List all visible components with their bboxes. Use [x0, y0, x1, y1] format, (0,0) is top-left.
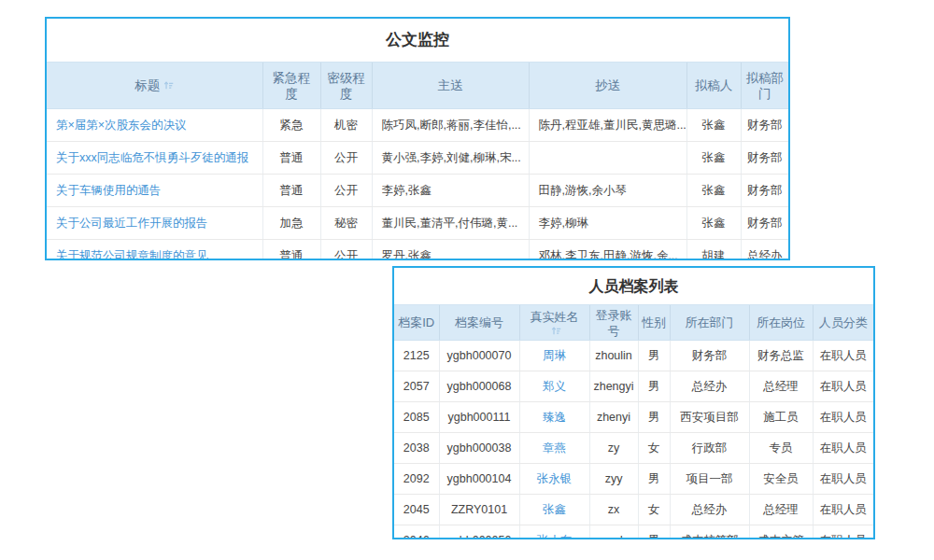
cell-category: 在职人员: [813, 371, 873, 402]
doc-title-link[interactable]: 关于车辆使用的通告: [56, 184, 162, 197]
cell-gender: 女: [638, 495, 670, 525]
cell-post: 施工员: [749, 402, 813, 433]
table-row: 2125 ygbh000070 周琳 zhoulin 男 财务部 财务总监 在职…: [394, 341, 873, 371]
cell-code: ygbh000068: [439, 371, 519, 402]
cell-name: 张小东: [519, 525, 589, 540]
table-row: 关于xxx同志临危不惧勇斗歹徒的通报 普通 公开 黄小强,李婷,刘健,柳琳,宋.…: [47, 142, 788, 175]
cell-doc-title: 第×届第×次股东会的决议: [47, 109, 262, 142]
doc-col-title[interactable]: 标题: [47, 63, 262, 109]
cell-id: 2045: [394, 495, 439, 525]
personnel-panel: 人员档案列表 档案ID 档案编号 真实姓名 登录账号 性别 所在部门 所在岗位 …: [392, 266, 875, 539]
table-row: 2057 ygbh000068 郑义 zhengyi 男 总经办 总经理 在职人…: [394, 371, 873, 402]
doc-title-link[interactable]: 关于xxx同志临危不惧勇斗歹徒的通报: [56, 151, 248, 164]
person-name-link[interactable]: 周琳: [543, 349, 566, 362]
cell-dept: 财务部: [741, 207, 788, 240]
cell-secrecy: 公开: [320, 240, 372, 261]
cell-dept: 总经办: [670, 495, 749, 525]
cell-dept: 财务部: [741, 109, 788, 142]
sort-icon[interactable]: [163, 80, 174, 91]
doc-monitor-title: 公文监控: [47, 19, 788, 63]
cell-main-to: 董川民,董清平,付伟璐,黄...: [372, 207, 529, 240]
doc-monitor-panel: 公文监控 标题 紧急程度 密级程度 主送 抄送 拟稿人 拟稿部门 第×届第×次股…: [45, 17, 790, 260]
doc-col-urgency: 紧急程度: [262, 63, 320, 109]
personnel-title: 人员档案列表: [394, 268, 873, 305]
sort-icon[interactable]: [527, 326, 587, 337]
cell-account: zhengyi: [589, 371, 638, 402]
person-name-link[interactable]: 张永银: [537, 472, 573, 485]
person-name-link[interactable]: 张小东: [537, 534, 573, 540]
cell-category: 在职人员: [813, 464, 873, 495]
cell-dept: 总经办: [670, 371, 749, 402]
cell-dept: 财务部: [741, 175, 788, 207]
table-row: 第×届第×次股东会的决议 紧急 机密 陈巧凤,断郎,蒋丽,李佳怡,... 陈丹,…: [47, 109, 788, 142]
person-col-id: 档案ID: [394, 305, 439, 341]
cell-name: 章燕: [519, 433, 589, 464]
cell-main-to: 黄小强,李婷,刘健,柳琳,宋...: [372, 142, 529, 175]
cell-secrecy: 公开: [320, 175, 372, 207]
doc-monitor-table: 标题 紧急程度 密级程度 主送 抄送 拟稿人 拟稿部门 第×届第×次股东会的决议…: [47, 63, 788, 260]
personnel-table: 档案ID 档案编号 真实姓名 登录账号 性别 所在部门 所在岗位 人员分类 21…: [394, 305, 873, 539]
person-col-name[interactable]: 真实姓名: [519, 305, 589, 341]
cell-secrecy: 机密: [320, 109, 372, 142]
person-name-link[interactable]: 臻逸: [543, 411, 566, 424]
cell-name: 郑义: [519, 371, 589, 402]
doc-title-link[interactable]: 第×届第×次股东会的决议: [56, 119, 187, 132]
cell-dept: 成本核算部: [670, 525, 749, 540]
cell-urgency: 紧急: [262, 109, 320, 142]
cell-main-to: 陈巧凤,断郎,蒋丽,李佳怡,...: [372, 109, 529, 142]
cell-category: 在职人员: [813, 402, 873, 433]
cell-gender: 男: [638, 525, 670, 540]
cell-secrecy: 秘密: [320, 207, 372, 240]
cell-gender: 女: [638, 433, 670, 464]
cell-gender: 男: [638, 371, 670, 402]
cell-post: 总经理: [749, 371, 813, 402]
cell-urgency: 普通: [262, 240, 320, 261]
doc-title-link[interactable]: 关于公司最近工作开展的报告: [56, 217, 208, 230]
table-row: 关于公司最近工作开展的报告 加急 秘密 董川民,董清平,付伟璐,黄... 李婷,…: [47, 207, 788, 240]
cell-doc-title: 关于规范公司规章制度的意见: [47, 240, 262, 261]
cell-doc-title: 关于xxx同志临危不惧勇斗歹徒的通报: [47, 142, 262, 175]
cell-id: 2125: [394, 341, 439, 371]
doc-col-dept: 拟稿部门: [741, 63, 788, 109]
table-row: 关于车辆使用的通告 普通 公开 李婷,张鑫 田静,游恢,余小琴 张鑫 财务部: [47, 175, 788, 207]
cell-account: zhoulin: [589, 341, 638, 371]
person-col-post: 所在岗位: [749, 305, 813, 341]
doc-col-drafter: 拟稿人: [686, 63, 741, 109]
cell-name: 周琳: [519, 341, 589, 371]
cell-post: 成本主管: [749, 525, 813, 540]
cell-cc: 邓林,李卫东,田静,游恢,余...: [529, 240, 686, 261]
table-row: 2092 ygbh000104 张永银 zyy 男 项目一部 安全员 在职人员: [394, 464, 873, 495]
cell-drafter: 张鑫: [686, 175, 741, 207]
table-row: 2085 ygbh000111 臻逸 zhenyi 男 西安项目部 施工员 在职…: [394, 402, 873, 433]
table-row: 关于规范公司规章制度的意见 普通 公开 罗丹,张鑫 邓林,李卫东,田静,游恢,余…: [47, 240, 788, 261]
cell-name: 臻逸: [519, 402, 589, 433]
cell-cc: 田静,游恢,余小琴: [529, 175, 686, 207]
cell-cc: [529, 142, 686, 175]
cell-gender: 男: [638, 341, 670, 371]
cell-account: zy: [589, 433, 638, 464]
cell-dept: 项目一部: [670, 464, 749, 495]
person-name-link[interactable]: 郑义: [543, 380, 566, 393]
doc-col-main-to: 主送: [372, 63, 529, 109]
cell-name: 张鑫: [519, 495, 589, 525]
person-name-link[interactable]: 张鑫: [543, 503, 566, 516]
doc-title-link[interactable]: 关于规范公司规章制度的意见: [56, 249, 208, 261]
cell-drafter: 胡建: [686, 240, 741, 261]
cell-dept: 行政部: [670, 433, 749, 464]
person-name-link[interactable]: 章燕: [543, 441, 566, 455]
cell-id: 2085: [394, 402, 439, 433]
cell-code: ygbh000104: [439, 464, 519, 495]
cell-urgency: 普通: [262, 175, 320, 207]
cell-id: 2038: [394, 433, 439, 464]
cell-doc-title: 关于公司最近工作开展的报告: [47, 207, 262, 240]
person-col-dept: 所在部门: [670, 305, 749, 341]
cell-id: 2092: [394, 464, 439, 495]
cell-category: 在职人员: [813, 341, 873, 371]
cell-code: ygbh000050: [439, 525, 519, 540]
cell-doc-title: 关于车辆使用的通告: [47, 175, 262, 207]
person-col-gender: 性别: [638, 305, 670, 341]
person-col-account: 登录账号: [589, 305, 638, 341]
doc-col-cc: 抄送: [529, 63, 686, 109]
cell-main-to: 罗丹,张鑫: [372, 240, 529, 261]
person-col-code: 档案编号: [439, 305, 519, 341]
